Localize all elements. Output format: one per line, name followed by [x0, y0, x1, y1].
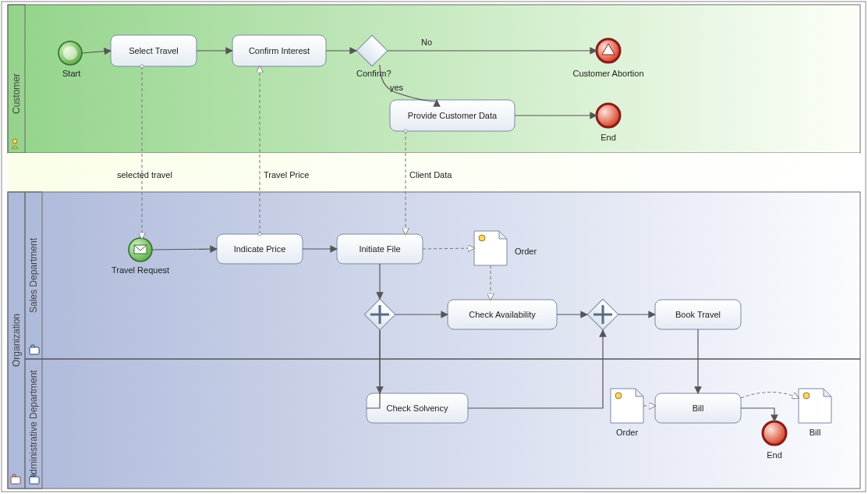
bpmn-diagram-canvas: Customer Organization Sales Department A… — [0, 0, 868, 494]
pool-label-customer: Customer — [11, 73, 22, 114]
task-provide-customer-data[interactable]: Provide Customer Data — [390, 100, 515, 131]
task-check-solvency[interactable]: Check Solvency — [367, 393, 468, 423]
svg-text:Confirm?: Confirm? — [356, 69, 391, 78]
svg-text:Book Travel: Book Travel — [675, 310, 721, 319]
task-select-travel[interactable]: Select Travel — [111, 35, 197, 66]
svg-text:Select Travel: Select Travel — [129, 46, 179, 55]
svg-point-50 — [615, 393, 622, 399]
svg-text:Confirm Interest: Confirm Interest — [249, 46, 310, 55]
svg-text:selected travel: selected travel — [117, 170, 172, 179]
svg-text:Travel Request: Travel Request — [112, 265, 169, 275]
svg-point-56 — [763, 421, 786, 445]
svg-rect-12 — [30, 477, 39, 484]
svg-text:Initiate File: Initiate File — [359, 244, 400, 254]
task-indicate-price[interactable]: Indicate Price — [217, 234, 303, 264]
task-check-availability[interactable]: Check Availability — [448, 300, 557, 329]
svg-text:Check Availability: Check Availability — [469, 310, 536, 319]
svg-point-4 — [12, 139, 17, 144]
svg-text:Travel Price: Travel Price — [264, 170, 309, 179]
svg-text:Bill: Bill — [693, 403, 704, 413]
start-event[interactable]: Start — [58, 41, 82, 78]
svg-text:Start: Start — [62, 69, 80, 78]
pool-organization[interactable]: Organization Sales Department Administra… — [8, 192, 860, 489]
svg-text:End: End — [767, 450, 782, 460]
task-bill[interactable]: Bill — [655, 393, 741, 423]
lane-label-sales: Sales Department — [28, 237, 39, 313]
svg-point-14 — [63, 46, 77, 60]
svg-text:Order: Order — [616, 428, 638, 437]
task-initiate-file[interactable]: Initiate File — [337, 234, 423, 264]
svg-text:End: End — [601, 133, 616, 142]
svg-text:Order: Order — [515, 247, 537, 256]
svg-text:Bill: Bill — [810, 428, 821, 437]
svg-text:Check Solvency: Check Solvency — [387, 403, 448, 413]
svg-rect-10 — [11, 477, 20, 484]
svg-text:Provide Customer Data: Provide Customer Data — [408, 111, 498, 120]
svg-rect-6 — [8, 192, 860, 489]
svg-point-54 — [803, 393, 810, 399]
pool-label-organization: Organization — [11, 314, 22, 367]
svg-point-36 — [479, 235, 485, 241]
svg-point-27 — [597, 104, 620, 127]
svg-text:No: No — [421, 37, 432, 47]
svg-text:Client Data: Client Data — [409, 170, 452, 179]
task-book-travel[interactable]: Book Travel — [655, 300, 741, 329]
svg-text:Indicate Price: Indicate Price — [234, 244, 286, 254]
svg-text:Customer Abortion: Customer Abortion — [572, 69, 643, 78]
lane-label-admin: Administrative Department — [28, 370, 39, 481]
svg-rect-11 — [30, 347, 39, 354]
svg-text:yes: yes — [390, 83, 404, 92]
task-confirm-interest[interactable]: Confirm Interest — [232, 35, 326, 66]
